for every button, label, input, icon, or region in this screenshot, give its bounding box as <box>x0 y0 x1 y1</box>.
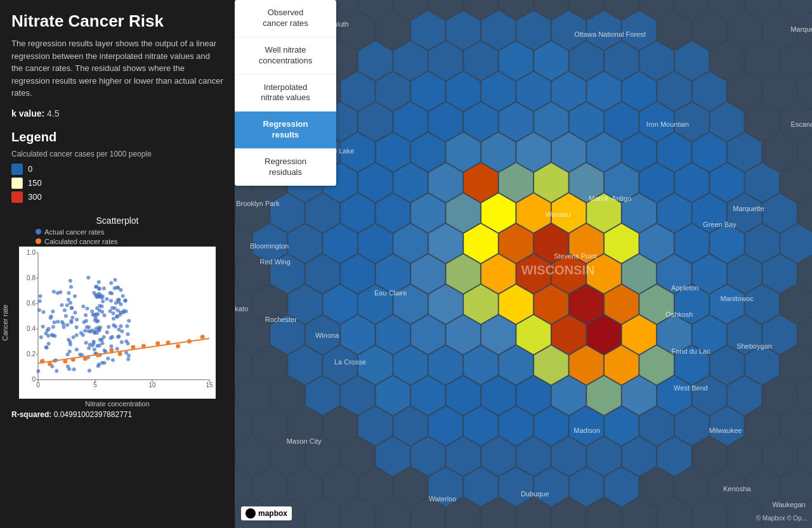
layer-btn-regression[interactable]: Regressionresults <box>235 112 336 149</box>
scatter-wrapper: Cancer rate <box>19 247 216 399</box>
map-area: Observedcancer rates Well nitrateconcent… <box>235 0 812 528</box>
legend-subtitle: Calculated cancer cases per 1000 people <box>11 150 223 158</box>
layer-btn-interpolated[interactable]: Interpolatednitrate values <box>235 75 336 112</box>
layer-btn-well-nitrate[interactable]: Well nitrateconcentrations <box>235 37 336 75</box>
r-squared-display: R-squared: 0.04991002397882771 <box>11 410 132 419</box>
k-value-label: k value: <box>11 108 44 119</box>
calculated-dot <box>36 238 41 244</box>
layer-btn-residuals[interactable]: Regressionresiduals <box>235 149 336 186</box>
layer-btn-observed[interactable]: Observedcancer rates <box>235 0 336 37</box>
description-text: The regression results layer shows the o… <box>11 37 223 100</box>
scatter-canvas <box>19 247 216 399</box>
actual-dot <box>36 229 41 235</box>
legend-item-0: 0 <box>11 164 223 175</box>
mapbox-text: mapbox <box>258 509 287 518</box>
mapbox-icon <box>246 508 256 518</box>
legend-label-300: 300 <box>28 192 42 202</box>
legend-swatch-150 <box>11 177 23 189</box>
page-title: Nitrate Cancer Risk <box>11 11 223 31</box>
r-squared-label: R-squared: <box>11 410 51 419</box>
legend-item-150: 150 <box>11 177 223 189</box>
r-squared-value: 0.04991002397882771 <box>54 410 132 419</box>
k-value-display: k value: 4.5 <box>11 108 223 119</box>
y-axis-label: Cancer rate <box>1 304 9 340</box>
scatterplot-title: Scatterplot <box>96 216 139 226</box>
layer-switcher: Observedcancer rates Well nitrateconcent… <box>235 0 336 186</box>
x-axis-label: Nitrate concentration <box>85 400 150 408</box>
mapbox-logo: mapbox <box>241 506 292 520</box>
calculated-label: Calculated cancer rates <box>44 238 118 245</box>
legend-title: Legend <box>11 130 223 145</box>
scatter-legend: Actual cancer rates Calculated cancer ra… <box>36 228 118 245</box>
scatterplot-container: Scatterplot Actual cancer rates Calculat… <box>11 216 223 522</box>
legend-swatch-300 <box>11 191 23 203</box>
legend-swatch-0 <box>11 164 23 175</box>
scatter-legend-actual: Actual cancer rates <box>36 228 118 236</box>
legend-label-150: 150 <box>28 178 42 188</box>
legend-item-300: 300 <box>11 191 223 203</box>
scatter-legend-calculated: Calculated cancer rates <box>36 238 118 245</box>
legend-items: 0 150 300 <box>11 164 223 205</box>
k-value: 4.5 <box>47 108 59 119</box>
left-panel: Nitrate Cancer Risk The regression resul… <box>0 0 235 528</box>
map-attribution: © Mapbox © Op... <box>756 515 807 522</box>
actual-label: Actual cancer rates <box>44 228 104 236</box>
legend-label-0: 0 <box>28 164 32 174</box>
